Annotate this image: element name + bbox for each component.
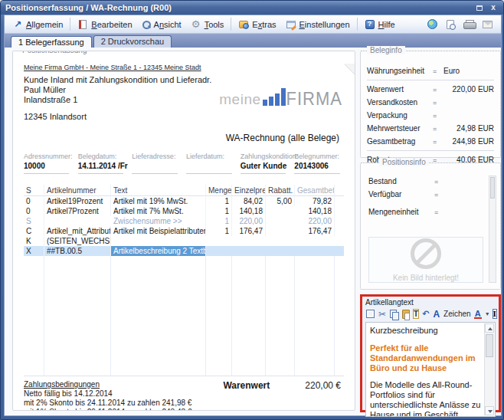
no-image-text: Kein Bild hinterlegt! <box>393 274 459 282</box>
close-button[interactable]: x <box>488 3 499 12</box>
table-row[interactable]: 0 Artikel7Prozent Artikel mit 7% MwSt. 1… <box>24 206 344 216</box>
restore-button[interactable] <box>474 3 485 12</box>
tab-druckvorschau[interactable]: 2 Druckvorschau <box>93 35 172 48</box>
info-row-verpackung: Verpackung = <box>367 111 494 121</box>
field-zahlungskondition[interactable]: Zahlungskondition: Guter Kunde <box>241 153 290 174</box>
right-column: Beleginfo Währungseinheit = Euro Warenwe… <box>360 51 501 412</box>
info-row-bestand: Bestand = <box>368 177 494 187</box>
menu-bearbeiten[interactable]: Bearbeiten <box>73 18 136 31</box>
title-bar: Positionserfassung / WA-Rechnung (R00) x <box>1 1 503 15</box>
menu-tools[interactable]: ⚙ Tools <box>186 18 229 31</box>
table-row[interactable]: 0 Artikel19Prozent Artikel mit 19% MwSt.… <box>24 196 344 206</box>
body-text: Die Modelle des All-Round-Portfolios sin… <box>370 380 481 417</box>
equals-sign: = <box>433 99 443 107</box>
payment-terms-line: mit 1% Skonto bis 29.11.2014 zu zahlen 2… <box>24 408 191 411</box>
extras-icon <box>238 19 249 30</box>
equals-sign: = <box>434 208 445 216</box>
info-row-waehrungseinheit: Währungseinheit = Euro <box>367 67 494 77</box>
document-title: WA-Rechnung (alle Belege) <box>24 133 344 143</box>
langtext-editor[interactable]: Kurzbeschreibung Perfekt für alle Standa… <box>365 322 496 417</box>
table-row[interactable]: C Artikel_mit_Attributen Artikel mit Bei… <box>24 226 344 236</box>
font-color-button[interactable]: A <box>473 309 483 320</box>
help-icon: ? <box>365 19 375 30</box>
equals-sign: = <box>433 67 443 75</box>
positionsinfo-scrollbar[interactable] <box>489 176 496 283</box>
no-image-icon <box>411 238 441 269</box>
dropdown-caret-icon[interactable]: ▼ <box>485 311 490 317</box>
italic-button[interactable]: I <box>493 309 497 319</box>
payment-terms-line: mit 2% Skonto bis 24.11.2014 zu zahlen 2… <box>24 399 191 408</box>
langtext-scrollbar[interactable] <box>484 323 494 415</box>
info-row-mehrwertsteuer: Mehrwertsteuer = 24,98 EUR <box>367 124 494 134</box>
app-window: Positionserfassung / WA-Rechnung (R00) x… <box>0 0 504 420</box>
scroll-down-arrow[interactable] <box>485 406 494 415</box>
document-info-icon <box>447 20 454 29</box>
info-row-mengeneinheit: Mengeneinheit = <box>368 208 494 218</box>
positionserfassung-label: Positionserfassung <box>19 51 90 54</box>
table-header-row: S Artikelnummer Text Menge Einzelpreis R… <box>24 185 344 196</box>
langtext-content[interactable]: Kurzbeschreibung Perfekt für alle Standa… <box>366 323 495 417</box>
field-belegdatum[interactable]: Belegdatum: 14.11.2014 /Fr <box>78 153 128 174</box>
field-lieferdatum[interactable]: Lieferdatum: <box>186 153 236 174</box>
equals-sign: = <box>433 86 443 94</box>
equals-sign: = <box>433 112 443 120</box>
langtext-toolbar: ✂ T ↶ A Zeichen A ▼ I <box>365 307 496 320</box>
mail-button[interactable] <box>481 19 493 30</box>
info-row-gesamtbetrag: Gesamtbetrag = 244,98 EUR <box>367 137 494 147</box>
kurzbeschreibung-text: Kurzbeschreibung <box>370 326 481 336</box>
equals-sign: = <box>433 125 443 133</box>
equals-sign: = <box>434 191 445 199</box>
menu-ansicht[interactable]: Ansicht <box>137 18 186 31</box>
table-row-subtotal[interactable]: S Zwischensumme >> 1 220,00 220,00 <box>24 216 344 226</box>
copy-button[interactable] <box>389 309 399 320</box>
menu-allgemein[interactable]: ↗ Allgemein <box>8 18 67 31</box>
paste-button[interactable] <box>401 309 411 320</box>
mail-icon <box>483 21 493 28</box>
cut-button[interactable]: ✂ <box>378 309 387 320</box>
print-button[interactable] <box>463 19 475 30</box>
settings-window-icon <box>286 19 296 30</box>
divider <box>367 150 494 151</box>
payment-terms-line: Netto fällig bis 14.12.2014 <box>24 389 191 399</box>
select-all-button[interactable] <box>365 309 375 320</box>
menu-einstellungen[interactable]: Einstellungen <box>281 18 355 31</box>
menu-hilfe[interactable]: ? Hilfe <box>360 18 400 31</box>
warenwert-value: 220,00 € <box>305 380 341 391</box>
character-format-icon[interactable]: A <box>432 309 440 320</box>
positionserfassung-panel: Positionserfassung Meine Firma GmbH - Me… <box>12 51 355 411</box>
content-area: Positionserfassung Meine Firma GmbH - Me… <box>5 48 501 415</box>
payment-terms-title: Zahlungsbedingungen <box>24 380 191 389</box>
app-body: ↗ Allgemein Bearbeiten Ansicht ⚙ Tools E… <box>4 15 502 416</box>
scroll-up-arrow[interactable] <box>485 323 494 333</box>
table-empty-area[interactable] <box>24 256 344 376</box>
document-preview: Meine Firma GmbH - Meine Straße 1 - 1234… <box>13 64 355 411</box>
artikellangtext-annotation: Artikellangtext ✂ T ↶ A Zeichen A ▼ <box>360 294 501 412</box>
equals-sign: = <box>434 178 445 185</box>
arrow-up-right-icon: ↗ <box>12 19 23 30</box>
gear-icon: ⚙ <box>191 19 201 30</box>
menubar-right-icons <box>426 19 498 30</box>
equals-sign: = <box>433 138 443 146</box>
scrollbar-thumb[interactable] <box>486 334 493 357</box>
field-lieferadresse[interactable]: Lieferadresse: <box>132 153 182 174</box>
sender-line: Meine Firma GmbH - Meine Straße 1 - 1234… <box>24 64 344 71</box>
page-curl-icon <box>345 64 355 75</box>
field-adressnummer[interactable]: Adressnummer: 10000 <box>24 153 74 174</box>
zeichen-label[interactable]: Zeichen <box>443 310 471 318</box>
printer-icon <box>463 20 475 29</box>
text-module-button[interactable]: T <box>413 309 419 319</box>
table-row[interactable]: K (SEITEN_WECHSEL) <box>24 236 344 246</box>
undo-button[interactable]: ↶ <box>421 309 430 320</box>
menu-extras[interactable]: Extras <box>234 18 280 31</box>
scrollbar-thumb[interactable] <box>490 177 495 199</box>
highlight-text: Perfekt für alle Standardanwendungen im … <box>370 343 481 373</box>
field-belegnummer[interactable]: Belegnummer: 20143006 <box>294 153 344 174</box>
edit-page-icon <box>77 19 88 30</box>
restore-icon <box>476 5 483 11</box>
table-row-selected[interactable]: X ##TB.00.5 Artikelbeschreibung 2 Textba… <box>24 246 344 256</box>
info-row-verfuegbar: Verfügbar = <box>368 190 494 200</box>
globe-button[interactable] <box>426 19 438 30</box>
address-city: 12345 Inlandsort <box>24 112 344 122</box>
tab-belegerfassung[interactable]: 1 Belegerfassung <box>11 36 92 48</box>
document-info-button[interactable] <box>444 19 457 30</box>
